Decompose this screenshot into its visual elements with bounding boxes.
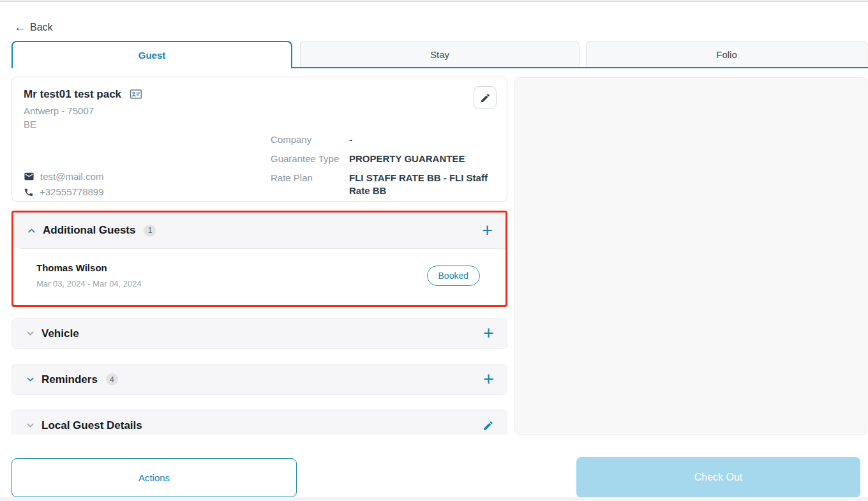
- pencil-icon: [480, 93, 491, 103]
- guest-email-row: test@mail.com: [24, 171, 271, 182]
- phone-icon: [24, 187, 34, 197]
- check-out-button[interactable]: Check Out: [576, 457, 860, 498]
- guest-phone-row: +32555778899: [24, 186, 271, 197]
- bottom-window-edge: [0, 497, 868, 501]
- guest-contact-column: test@mail.com +32555778899: [24, 133, 271, 197]
- local-guest-details-title: Local Guest Details: [41, 419, 142, 432]
- top-window-edge: [0, 0, 868, 2]
- back-button[interactable]: ← Back: [14, 21, 53, 33]
- add-vehicle-plus-icon[interactable]: +: [483, 324, 494, 343]
- company-value: -: [349, 133, 352, 146]
- local-guest-details-section-header[interactable]: Local Guest Details: [11, 410, 507, 435]
- additional-guest-list-item[interactable]: Thomas Wilson Mar 03, 2024 - Mar 04, 202…: [13, 249, 505, 305]
- reminders-count-badge: 4: [106, 373, 118, 385]
- guest-info-card: Mr test01 test pack: [11, 77, 507, 202]
- additional-guests-count-badge: 1: [144, 225, 156, 237]
- guest-name: Mr test01 test pack: [24, 88, 121, 101]
- add-guest-plus-icon[interactable]: +: [482, 221, 493, 240]
- tab-guest-label: Guest: [138, 50, 166, 61]
- reservation-details-column: Company - Guarantee Type PROPERTY GUARAN…: [271, 133, 495, 197]
- guarantee-type-label: Guarantee Type: [271, 153, 349, 165]
- add-reminder-plus-icon[interactable]: +: [483, 370, 494, 389]
- back-arrow-icon: ←: [14, 21, 26, 33]
- tab-folio[interactable]: Folio: [586, 41, 867, 67]
- check-out-button-label: Check Out: [694, 472, 743, 483]
- additional-guest-info: Thomas Wilson Mar 03, 2024 - Mar 04, 202…: [36, 262, 142, 288]
- rate-plan-label: Rate Plan: [271, 172, 349, 197]
- id-card-icon: [128, 87, 144, 101]
- vehicle-title: Vehicle: [41, 327, 79, 340]
- reminders-section-header[interactable]: Reminders 4 +: [11, 364, 507, 395]
- guest-email: test@mail.com: [40, 171, 103, 182]
- reminders-title: Reminders: [41, 373, 98, 386]
- company-row: Company -: [271, 133, 495, 146]
- tab-stay[interactable]: Stay: [300, 41, 580, 67]
- guest-card-bottom: test@mail.com +32555778899 Company: [24, 133, 495, 197]
- tab-folio-label: Folio: [716, 49, 737, 60]
- guest-tab-content: Mr test01 test pack: [11, 77, 507, 435]
- back-label: Back: [30, 22, 53, 33]
- status-badge: Booked: [427, 265, 480, 286]
- vehicle-section-header[interactable]: Vehicle +: [11, 318, 507, 349]
- additional-guest-name: Thomas Wilson: [36, 262, 142, 273]
- guest-phone: +32555778899: [40, 186, 104, 197]
- chevron-down-icon[interactable]: [25, 374, 36, 385]
- guarantee-type-row: Guarantee Type PROPERTY GUARANTEE: [271, 153, 495, 165]
- additional-guests-section: Additional Guests 1 + Thomas Wilson Mar …: [13, 213, 505, 305]
- chevron-up-icon[interactable]: [26, 225, 37, 236]
- edit-local-guest-details-icon[interactable]: [483, 420, 494, 431]
- additional-guest-dates: Mar 03, 2024 - Mar 04, 2024: [36, 279, 142, 288]
- guarantee-type-value: PROPERTY GUARANTEE: [349, 153, 465, 165]
- company-label: Company: [271, 133, 349, 146]
- email-icon: [24, 171, 34, 182]
- annotation-highlight-box: Additional Guests 1 + Thomas Wilson Mar …: [11, 211, 507, 307]
- edit-guest-button[interactable]: [474, 86, 497, 109]
- rate-plan-value: FLI STAFF RATE BB - FLI Staff Rate BB: [349, 172, 495, 197]
- right-detail-panel: [514, 77, 867, 435]
- guest-address-country: BE: [24, 119, 495, 130]
- rate-plan-row: Rate Plan FLI STAFF RATE BB - FLI Staff …: [271, 172, 495, 197]
- tab-stay-label: Stay: [430, 49, 449, 60]
- additional-guests-title: Additional Guests: [43, 224, 135, 237]
- actions-button[interactable]: Actions: [11, 458, 297, 497]
- tab-guest[interactable]: Guest: [11, 41, 292, 68]
- chevron-down-icon[interactable]: [25, 328, 36, 339]
- chevron-down-icon[interactable]: [25, 420, 36, 431]
- guest-address-city: Antwerp - 75007: [24, 105, 495, 116]
- additional-guests-header[interactable]: Additional Guests 1 +: [13, 213, 505, 248]
- guest-detail-page: ← Back Guest Stay Folio Mr test01 test p…: [0, 0, 868, 501]
- guest-name-row: Mr test01 test pack: [24, 87, 495, 101]
- actions-button-label: Actions: [138, 472, 170, 483]
